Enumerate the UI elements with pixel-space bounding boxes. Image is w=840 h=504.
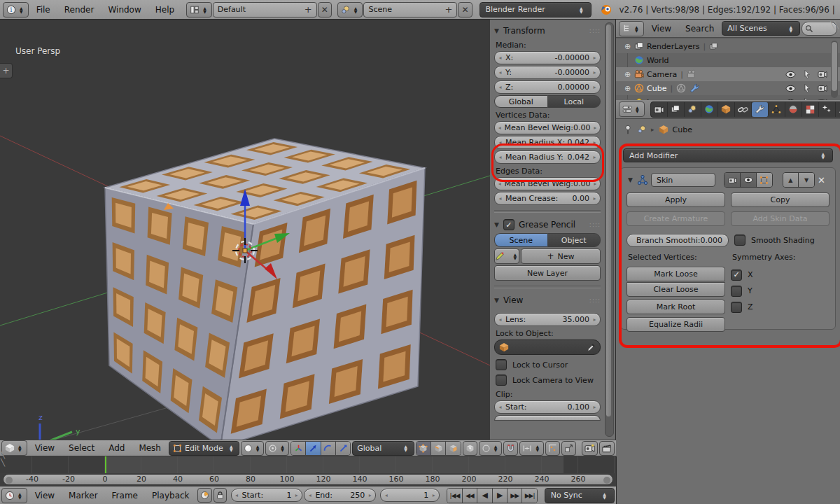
edit-mode-visibility-toggle[interactable] xyxy=(757,173,772,187)
outliner-item-label[interactable]: Camera xyxy=(647,70,677,79)
decrement-arrow-icon[interactable]: ◂ xyxy=(498,192,503,204)
space-global-toggle[interactable]: Global xyxy=(494,95,547,108)
mean-radius-x-field[interactable]: ◂ Mean Radius X: 0.042 ▸ xyxy=(494,136,601,149)
outliner-row-renderlayers[interactable]: ⊕ RenderLayers | xyxy=(616,39,840,53)
transform-panel-header[interactable]: ▼ Transform :::: xyxy=(494,24,601,38)
grease-new-button[interactable]: + New xyxy=(521,248,601,264)
move-modifier-up-button[interactable]: ▲ xyxy=(783,173,799,187)
median-x-field[interactable]: ◂ X: -0.00000 ▸ xyxy=(494,51,601,64)
renderlayer-data-icon[interactable] xyxy=(709,42,718,51)
current-frame-cursor[interactable] xyxy=(105,456,106,473)
edge-select-mode-toggle[interactable] xyxy=(431,442,446,455)
opengl-render-image-button[interactable] xyxy=(582,441,598,456)
breadcrumb-object-name[interactable]: Cube xyxy=(673,125,692,134)
grease-pencil-checkbox[interactable]: ✓ xyxy=(503,219,514,230)
render-engine-select[interactable]: Blender Render ▲▼ xyxy=(479,2,592,18)
use-preview-range-toggle[interactable] xyxy=(197,488,212,503)
draw-brush-dropdown[interactable]: ▲▼ xyxy=(494,248,519,264)
rotate-manipulator-toggle[interactable] xyxy=(321,442,336,455)
increment-arrow-icon[interactable]: ▸ xyxy=(592,314,597,326)
outliner-item-label[interactable]: RenderLayers xyxy=(647,42,700,51)
decrement-arrow-icon[interactable]: ◂ xyxy=(234,489,239,501)
outliner-row-camera[interactable]: ⊕ Camera | xyxy=(616,67,840,81)
cube-mesh[interactable] xyxy=(105,139,425,440)
increment-arrow-icon[interactable]: ▸ xyxy=(592,192,597,204)
lens-field[interactable]: ◂ Lens: 35.000 ▸ xyxy=(494,313,601,326)
delete-scene-button[interactable]: ✕ xyxy=(458,2,472,18)
outliner-menu-search[interactable]: Search xyxy=(679,20,720,37)
outliner-item-label[interactable]: Cube xyxy=(647,84,666,93)
clear-loose-button[interactable]: Clear Loose xyxy=(626,282,725,297)
tab-render[interactable] xyxy=(651,102,668,117)
decrement-arrow-icon[interactable]: ◂ xyxy=(307,489,312,501)
collapse-triangle-icon[interactable]: ▼ xyxy=(494,297,499,304)
space-local-toggle[interactable]: Local xyxy=(547,95,601,108)
tab-texture[interactable] xyxy=(802,102,819,117)
panel-grip-icon[interactable]: :::: xyxy=(589,27,601,34)
panel-grip-icon[interactable]: :::: xyxy=(589,297,601,304)
increment-arrow-icon[interactable]: ▸ xyxy=(431,489,436,501)
snap-element-dropdown[interactable]: ▲▼ xyxy=(519,441,544,456)
apply-button[interactable]: Apply xyxy=(626,192,725,207)
lock-range-toggle[interactable] xyxy=(214,488,227,503)
decrement-arrow-icon[interactable]: ◂ xyxy=(498,122,502,134)
visibility-eye-icon[interactable] xyxy=(785,71,796,78)
decrement-arrow-icon[interactable]: ◂ xyxy=(498,151,503,163)
view-panel-header[interactable]: ▼ View :::: xyxy=(494,293,601,307)
region-resize-grip[interactable]: ╲╲ xyxy=(830,21,839,29)
scrollbar-thumb[interactable] xyxy=(606,24,611,416)
increment-arrow-icon[interactable]: ▸ xyxy=(593,178,597,190)
menu-render[interactable]: Render xyxy=(58,1,101,18)
increment-arrow-icon[interactable]: ▸ xyxy=(592,136,597,148)
add-skin-data-button[interactable]: Add Skin Data xyxy=(731,211,830,226)
add-scene-icon[interactable]: + xyxy=(445,4,453,15)
add-layout-icon[interactable]: + xyxy=(304,4,312,15)
branch-smoothing-slider[interactable]: Branch Smoothi: 0.000 xyxy=(626,234,729,247)
increment-arrow-icon[interactable]: ▸ xyxy=(593,122,597,134)
frame-start-field[interactable]: ◂ Start: 1 ▸ xyxy=(231,489,303,502)
tl-menu-playback[interactable]: Playback xyxy=(146,487,196,504)
mark-loose-button[interactable]: Mark Loose xyxy=(626,267,725,281)
limit-selection-visible-toggle[interactable] xyxy=(463,441,477,456)
opengl-render-animation-button[interactable] xyxy=(599,441,615,456)
scrollbar-thumb[interactable] xyxy=(832,42,837,91)
delete-layout-button[interactable]: ✕ xyxy=(318,2,332,18)
collapse-triangle-icon[interactable]: ▼ xyxy=(494,27,499,34)
manipulator-axes-icon[interactable] xyxy=(291,442,306,455)
timeline-track[interactable] xyxy=(0,456,616,473)
new-layer-button[interactable]: New Layer xyxy=(494,265,601,281)
delete-modifier-icon[interactable]: ✕ xyxy=(818,175,825,186)
clip-end-field-partial[interactable] xyxy=(494,415,601,421)
smooth-shading-checkbox[interactable]: ✓ xyxy=(734,234,746,246)
decrement-arrow-icon[interactable]: ◂ xyxy=(498,81,503,93)
collapse-triangle-icon[interactable]: ▼ xyxy=(628,176,633,183)
selectability-cursor-icon[interactable] xyxy=(802,69,811,79)
editor-type-info-button[interactable]: i ▲▼ xyxy=(3,2,29,18)
outliner-row-world[interactable]: ⊕ World xyxy=(616,53,840,67)
equalize-radii-button[interactable]: Equalize Radii xyxy=(626,317,725,332)
mean-crease-field[interactable]: ◂ Mean Crease: 0.00 ▸ xyxy=(494,192,601,205)
snap-toggle[interactable] xyxy=(503,441,518,456)
vertical-scrollbar[interactable] xyxy=(605,22,614,437)
vertex-select-mode-toggle[interactable] xyxy=(416,442,431,455)
tab-world[interactable] xyxy=(701,102,718,117)
frame-end-field[interactable]: ◂ End: 250 ▸ xyxy=(304,489,376,502)
decrement-arrow-icon[interactable]: ◂ xyxy=(498,66,503,78)
v3d-menu-select[interactable]: Select xyxy=(62,440,101,456)
play-reverse-button[interactable]: ◀ xyxy=(477,489,492,503)
scene-name-field[interactable]: Scene + xyxy=(363,2,457,18)
lock-to-cursor-checkbox[interactable]: ✓ xyxy=(496,359,507,370)
tab-render-layers[interactable] xyxy=(668,102,685,117)
decrement-arrow-icon[interactable]: ◂ xyxy=(498,178,502,190)
previous-keyframe-button[interactable]: ◀◀ xyxy=(463,489,477,503)
face-select-mode-toggle[interactable] xyxy=(446,442,460,455)
ruler-endcap[interactable] xyxy=(6,477,13,484)
increment-arrow-icon[interactable]: ▸ xyxy=(592,401,597,413)
editor-type-properties-button[interactable]: ▲▼ xyxy=(619,102,645,117)
decrement-arrow-icon[interactable]: ◂ xyxy=(498,52,503,64)
increment-arrow-icon[interactable]: ▸ xyxy=(368,489,372,501)
tab-object-data[interactable] xyxy=(769,102,785,117)
create-armature-button[interactable]: Create Armature xyxy=(626,211,725,226)
copy-button[interactable]: Copy xyxy=(731,192,830,207)
manipulate-center-points-toggle[interactable] xyxy=(561,441,576,456)
